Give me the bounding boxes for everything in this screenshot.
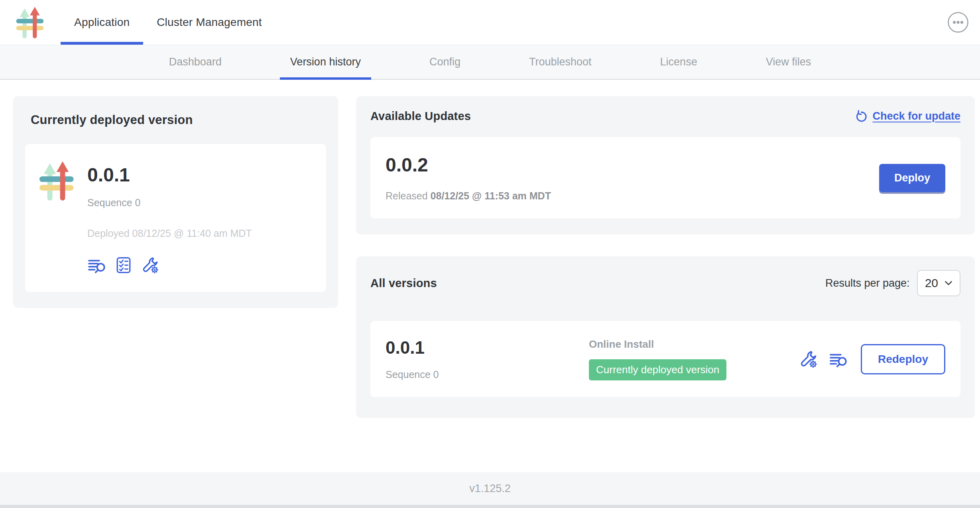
bottom-edge	[0, 505, 980, 508]
all-versions-card: All versions Results per page: 20 0.0.1 …	[356, 256, 975, 418]
app-header: Application Cluster Management	[0, 0, 980, 45]
deployed-version-actions	[87, 256, 252, 274]
subnav-license[interactable]: License	[650, 45, 708, 79]
update-version-number: 0.0.2	[386, 154, 551, 176]
all-versions-title: All versions	[370, 277, 437, 290]
tab-application[interactable]: Application	[61, 0, 143, 45]
subnav-version-history[interactable]: Version history	[280, 45, 371, 79]
subnav-view-files[interactable]: View files	[756, 45, 822, 79]
row-version-number: 0.0.1	[386, 338, 589, 358]
released-prefix: Released	[386, 190, 431, 201]
config-wrench-icon	[799, 350, 818, 369]
deployed-timestamp: Deployed 08/12/25 @ 11:40 am MDT	[87, 228, 252, 239]
subnav-config[interactable]: Config	[419, 45, 471, 79]
available-update-row: 0.0.2 Released 08/12/25 @ 11:53 am MDT D…	[370, 137, 960, 219]
header-spacer	[276, 0, 936, 45]
app-footer: v1.125.2	[0, 472, 980, 505]
check-for-update-label: Check for update	[872, 110, 960, 122]
deployed-version-number: 0.0.1	[87, 164, 252, 186]
refresh-icon	[855, 110, 868, 123]
results-per-page-label: Results per page:	[825, 277, 910, 289]
tab-cluster-management[interactable]: Cluster Management	[143, 0, 276, 45]
app-logo-icon	[39, 160, 75, 201]
app-logo	[0, 0, 61, 45]
right-column: Available Updates Check for update 0.0.2…	[356, 96, 975, 418]
subnav-troubleshoot[interactable]: Troubleshoot	[519, 45, 602, 79]
overflow-menu-button[interactable]	[936, 0, 980, 45]
currently-deployed-card: Currently deployed version 0.0.1 Sequenc…	[13, 96, 338, 308]
deploy-logs-button[interactable]	[829, 350, 847, 368]
currently-deployed-version-card: 0.0.1 Sequence 0 Deployed 08/12/25 @ 11:…	[25, 144, 326, 292]
edit-config-button[interactable]	[142, 256, 159, 274]
app-sub-nav: Dashboard Version history Config Trouble…	[0, 45, 980, 80]
released-timestamp: 08/12/25 @ 11:53 am MDT	[431, 190, 551, 201]
deploy-logs-icon	[87, 256, 106, 274]
currently-deployed-badge: Currently deployed version	[589, 359, 726, 380]
app-logo-icon	[16, 6, 45, 39]
main-content: Currently deployed version 0.0.1 Sequenc…	[0, 80, 980, 472]
chevron-down-icon	[945, 280, 952, 286]
deploy-button[interactable]: Deploy	[879, 164, 945, 192]
currently-deployed-title: Currently deployed version	[31, 113, 326, 127]
config-wrench-icon	[142, 256, 159, 274]
update-released-line: Released 08/12/25 @ 11:53 am MDT	[386, 190, 551, 202]
console-version: v1.125.2	[469, 482, 511, 495]
row-sequence: Sequence 0	[386, 369, 589, 380]
ellipsis-circle-icon	[947, 12, 969, 33]
deploy-logs-button[interactable]	[87, 256, 106, 274]
install-type-label: Online Install	[589, 338, 726, 350]
preflight-checklist-icon	[115, 256, 132, 274]
row-actions	[799, 350, 847, 369]
deploy-logs-icon	[829, 350, 847, 368]
version-row: 0.0.1 Sequence 0 Online Install Currentl…	[370, 321, 960, 397]
results-per-page-value: 20	[925, 276, 938, 290]
edit-config-button[interactable]	[799, 350, 818, 369]
preflight-checks-button[interactable]	[115, 256, 132, 274]
results-per-page-select[interactable]: 20	[917, 270, 960, 296]
deployed-sequence: Sequence 0	[87, 197, 252, 209]
subnav-dashboard[interactable]: Dashboard	[159, 45, 232, 79]
primary-tabs: Application Cluster Management	[61, 0, 276, 45]
available-updates-card: Available Updates Check for update 0.0.2…	[356, 96, 975, 234]
check-for-update-link[interactable]: Check for update	[855, 110, 960, 123]
available-updates-title: Available Updates	[370, 110, 471, 123]
redeploy-button[interactable]: Redeploy	[861, 344, 945, 374]
